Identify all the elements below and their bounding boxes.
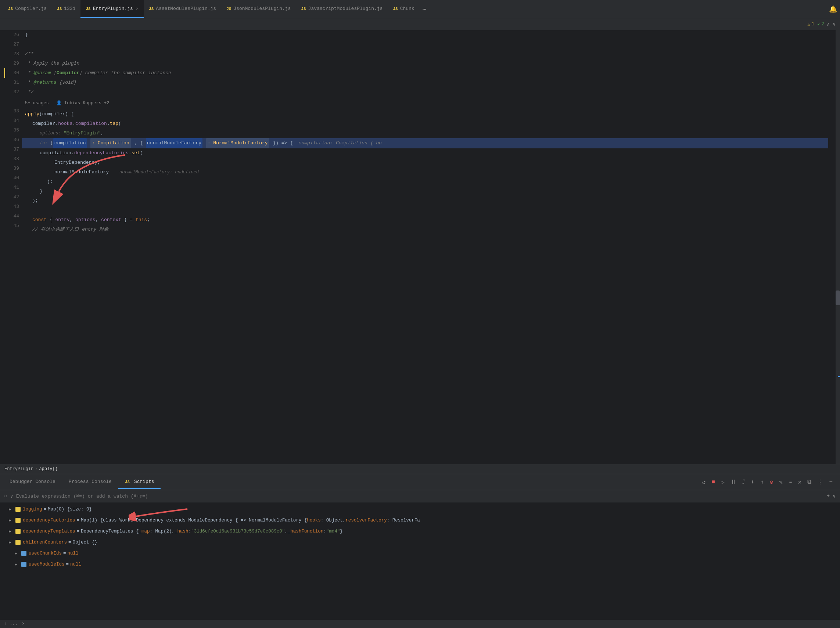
debug-row-logging[interactable]: ▶ logging = Map(0) {size: 0}	[0, 504, 840, 515]
close-panel-icon[interactable]: ✕	[797, 477, 803, 487]
scrollbar-thumb[interactable]	[835, 291, 840, 305]
icon-chunk-ids	[21, 551, 27, 556]
debug-row-dependency-templates[interactable]: ▶ dependencyTemplates = DependencyTempla…	[0, 526, 840, 537]
ln-33: 33	[4, 107, 19, 116]
code-line-29: * Apply the plugin	[22, 59, 828, 68]
tab-label-process: Process Console	[69, 479, 112, 485]
tab-debugger-console[interactable]: Debugger Console	[3, 475, 62, 489]
tab-label-entryplugin: EntryPlugin.js	[93, 6, 133, 11]
clear-debug-icon[interactable]: ⊘	[768, 477, 775, 487]
step-over-icon[interactable]: ⤴	[741, 477, 747, 487]
code-editor: 26 27 28 29 30 31 32 · 33 34 35 36 37 38…	[0, 30, 840, 464]
code-line-32: */	[22, 87, 828, 97]
debug-row-used-module-ids[interactable]: ▶ usedModuleIds = null	[0, 559, 840, 570]
ln-35: 35	[4, 126, 19, 135]
code-line-34: compiler.hooks.compilation.tap(	[22, 119, 828, 129]
tab-icon-entryplugin: JS	[85, 6, 90, 11]
status-arrow-icon[interactable]: ↑ ...	[5, 622, 17, 626]
ln-30: 30	[4, 68, 19, 78]
prev-issue-icon[interactable]: ∧	[827, 21, 830, 27]
expander-dep-factories[interactable]: ▶	[9, 516, 13, 524]
more-options-icon[interactable]: ⋯	[787, 477, 794, 487]
add-watch-icon[interactable]: +	[827, 493, 830, 499]
tab-jsonmodules[interactable]: JS JsonModulesPlugin.js	[221, 0, 296, 18]
code-line-37: compilation.dependencyFactories.set(	[22, 148, 828, 158]
debug-row-used-chunk-ids[interactable]: ▶ usedChunkIds = null	[0, 548, 840, 559]
watch-dropdown-icon[interactable]: ∨	[10, 493, 13, 499]
tab-label-1331: 1331	[64, 6, 75, 11]
filter-icon[interactable]: ⊝	[5, 493, 7, 499]
watch-options-icon[interactable]: ∨	[833, 493, 835, 499]
expander-children[interactable]: ▶	[9, 538, 13, 546]
edit-icon[interactable]: ✎	[778, 477, 784, 487]
split-panel-icon[interactable]: ⧉	[806, 477, 813, 487]
code-line-30: * @param {Compiler} compiler the compile…	[22, 68, 828, 78]
tab-scripts[interactable]: JS Scripts	[118, 475, 161, 489]
step-out-icon[interactable]: ⬆	[759, 477, 766, 487]
line-numbers: 26 27 28 29 30 31 32 · 33 34 35 36 37 38…	[0, 30, 22, 464]
ok-badge: ✓ 2	[817, 22, 824, 27]
code-line-36: fn: ( compilation : Compilation , { norm…	[22, 138, 828, 148]
ln-42: 42	[4, 192, 19, 202]
code-line-43	[22, 206, 828, 215]
icon-dep-factories	[16, 518, 21, 523]
code-lines: } /** * Apply the plugin * @param {Compi…	[22, 30, 835, 464]
panel-settings-icon[interactable]: ⋮	[816, 477, 824, 487]
tab-icon-jsonmodules: JS	[226, 6, 231, 11]
normalmodulefactory-type-tag: : NormalModuleFactory	[206, 138, 269, 148]
expander-module-ids[interactable]: ▶	[15, 560, 19, 568]
icon-dep-templates	[16, 529, 21, 534]
code-line-26: }	[22, 30, 828, 40]
next-issue-icon[interactable]: ∨	[833, 21, 835, 27]
rerun-icon[interactable]: ↺	[701, 477, 707, 487]
tab-close-entryplugin[interactable]: ✕	[136, 6, 139, 11]
icon-logging	[16, 507, 21, 512]
pause-icon[interactable]: ⏸	[729, 477, 738, 487]
tab-1331[interactable]: JS 1331	[52, 0, 81, 18]
ln-39: 39	[4, 164, 19, 173]
breadcrumb: EntryPlugin › apply()	[0, 464, 840, 474]
editor-container: ⚠ 1 ✓ 2 ∧ ∨ 26 27 28 29 30 31 32 · 33 34…	[0, 18, 840, 628]
tab-assetmodules[interactable]: JS AssetModulesPlugin.js	[144, 0, 221, 18]
expander-dep-templates[interactable]: ▶	[9, 527, 13, 535]
breadcrumb-method: apply()	[39, 466, 57, 472]
tab-label-jsmodules: JavascriptModulesPlugin.js	[308, 6, 383, 11]
code-line-27	[22, 40, 828, 49]
ln-45: 45	[4, 221, 19, 231]
tab-process-console[interactable]: Process Console	[62, 475, 118, 489]
tab-compiler[interactable]: JS Compiler.js	[3, 0, 52, 18]
usages-bar: 5+ usages 👤 Tobias Koppers +2	[22, 97, 828, 109]
ln-31: 31	[4, 78, 19, 87]
code-content: 26 27 28 29 30 31 32 · 33 34 35 36 37 38…	[0, 30, 840, 464]
ln-40: 40	[4, 173, 19, 183]
minimize-panel-icon[interactable]: −	[827, 477, 834, 487]
tab-label-chunk: Chunk	[400, 6, 414, 11]
watch-input[interactable]	[16, 494, 824, 499]
notification-bell-icon[interactable]: 🔔	[829, 5, 837, 13]
tab-icon-1331: JS	[57, 6, 62, 11]
tab-icon-chunk: JS	[393, 6, 398, 11]
code-line-45: // 在这里构建了入口 entry 对象	[22, 225, 828, 234]
expander-chunk-ids[interactable]: ▶	[15, 549, 19, 557]
resume-icon[interactable]: ▷	[720, 477, 726, 487]
debug-row-children-counters[interactable]: ▶ childrenCounters = Object {}	[0, 537, 840, 548]
bottom-panel: Debugger Console Process Console JS Scri…	[0, 474, 840, 628]
tab-entryplugin[interactable]: JS EntryPlugin.js ✕	[81, 0, 144, 18]
ln-36: 36	[4, 135, 19, 145]
ln-26: 26	[4, 30, 19, 40]
stop-icon[interactable]: ■	[710, 477, 717, 487]
debug-variables: ▶ logging = Map(0) {size: 0} ▶	[0, 502, 840, 620]
tab-javascriptmodules[interactable]: JS JavascriptModulesPlugin.js	[296, 0, 388, 18]
tab-overflow-menu[interactable]: ⋯	[420, 5, 429, 13]
icon-module-ids	[21, 562, 27, 567]
tab-label-compiler: Compiler.js	[15, 6, 47, 11]
expander-logging[interactable]: ▶	[9, 505, 13, 513]
tab-chunk[interactable]: JS Chunk	[388, 0, 419, 18]
tab-label-scripts: Scripts	[134, 479, 154, 485]
debug-row-dependency-factories[interactable]: ▶ dependencyFactories = Map(1) {class Wo…	[0, 515, 840, 526]
status-bar: ↑ ... ×	[0, 620, 840, 628]
vertical-scrollbar[interactable]	[835, 30, 840, 464]
step-into-icon[interactable]: ⬇	[750, 477, 756, 487]
watch-actions: + ∨	[827, 493, 835, 499]
ln-32: 32	[4, 87, 19, 97]
